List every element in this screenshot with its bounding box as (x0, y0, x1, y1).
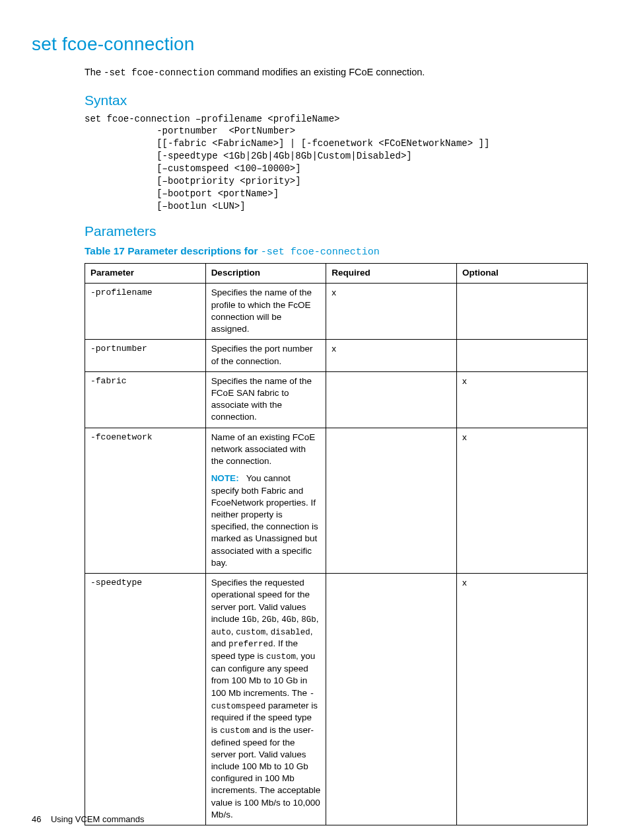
table-caption: Table 17 Parameter descriptions for -set… (85, 245, 588, 259)
page-title: set fcoe-connection (32, 32, 588, 57)
table-row: -fabric Specifies the name of the FCoE S… (85, 371, 588, 428)
sp-t: and is the user-defined speed for the se… (211, 725, 321, 820)
syntax-block: set fcoe-connection –profilename <profil… (85, 113, 588, 213)
page-number: 46 (32, 814, 41, 824)
sp-code: 1Gb (242, 615, 257, 625)
intro-paragraph: The -set fcoe-connection command modifie… (85, 66, 588, 79)
param-required (326, 428, 457, 573)
param-optional: x (457, 428, 588, 573)
param-required (326, 574, 457, 825)
sp-code: 2Gb (262, 615, 277, 625)
sp-code: custom (236, 628, 265, 637)
table-caption-code: -set fcoe-connection (261, 247, 380, 258)
param-name: -fabric (85, 371, 206, 428)
table-row: -fcoenetwork Name of an existing FCoE ne… (85, 428, 588, 573)
col-parameter: Parameter (85, 264, 206, 284)
table-caption-prefix: Table 17 Parameter descriptions for (85, 245, 261, 256)
table-row: -profilename Specifies the name of the p… (85, 284, 588, 340)
param-desc: Specifies the name of the profile to whi… (205, 284, 326, 340)
sp-code: 4Gb (281, 615, 297, 625)
param-required (326, 371, 457, 428)
col-description: Description (205, 264, 326, 284)
col-required: Required (326, 264, 457, 284)
intro-code: -set fcoe-connection (104, 67, 215, 78)
param-name: -fcoenetwork (85, 428, 206, 573)
sp-code: custom (220, 726, 250, 736)
param-optional (457, 284, 588, 340)
sp-code: 8Gb (301, 615, 316, 625)
sp-code: custom (266, 652, 296, 662)
param-name: -profilename (85, 284, 206, 340)
param-required: x (326, 284, 457, 340)
note-text: You cannot specify both Fabric and FcoeN… (211, 473, 318, 568)
page-footer: 46 Using VCEM commands (32, 814, 145, 825)
note-label: NOTE: (211, 473, 239, 483)
param-desc: Specifies the name of the FCoE SAN fabri… (205, 371, 326, 428)
sp-code: auto (211, 628, 231, 637)
parameters-heading: Parameters (85, 222, 588, 241)
param-name: -portnumber (85, 340, 206, 371)
table-header-row: Parameter Description Required Optional (85, 264, 588, 284)
param-desc: Specifies the port number of the connect… (205, 340, 326, 371)
fcoenetwork-desc: Name of an existing FCoE network associa… (211, 432, 321, 468)
syntax-heading: Syntax (85, 91, 588, 110)
param-optional (457, 340, 588, 371)
parameters-table: Parameter Description Required Optional … (85, 263, 588, 825)
table-row: -speedtype Specifies the requested opera… (85, 574, 588, 825)
footer-text: Using VCEM commands (51, 814, 145, 824)
note-block: NOTE: You cannot specify both Fabric and… (211, 473, 321, 569)
sp-code: disabled (271, 628, 310, 637)
param-desc: Specifies the requested operational spee… (205, 574, 326, 825)
intro-after: command modifies an existing FCoE connec… (215, 67, 425, 77)
sp-t: , (265, 627, 271, 636)
sp-t: , (316, 614, 319, 624)
param-name: -speedtype (85, 574, 206, 825)
col-optional: Optional (457, 264, 588, 284)
sp-code: preferred (228, 640, 273, 649)
param-required: x (326, 340, 457, 371)
param-optional: x (457, 574, 588, 825)
param-desc: Name of an existing FCoE network associa… (205, 428, 326, 573)
table-row: -portnumber Specifies the port number of… (85, 340, 588, 371)
intro-before: The (85, 67, 104, 77)
param-optional: x (457, 371, 588, 428)
